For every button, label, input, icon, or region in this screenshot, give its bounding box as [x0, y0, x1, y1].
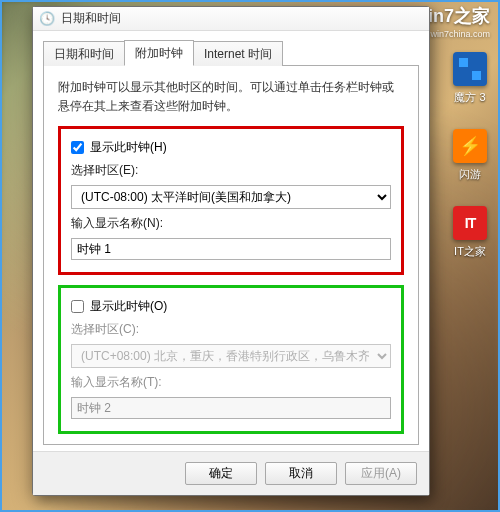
clock2-name-label: 输入显示名称(T):	[71, 374, 391, 391]
clock2-tz-select: (UTC+08:00) 北京，重庆，香港特别行政区，乌鲁木齐	[71, 344, 391, 368]
description-text: 附加时钟可以显示其他时区的时间。可以通过单击任务栏时钟或悬停在其上来查看这些附加…	[58, 78, 404, 116]
window-title: 日期和时间	[61, 10, 121, 27]
desktop-icon-label: 闪游	[459, 167, 481, 182]
titlebar[interactable]: 🕓 日期和时间	[33, 7, 429, 31]
desktop-icon-ithome[interactable]: IT IT之家	[450, 206, 490, 259]
tabstrip: 日期和时间 附加时钟 Internet 时间	[43, 39, 419, 66]
tab-internet-time[interactable]: Internet 时间	[193, 41, 283, 66]
apply-button[interactable]: 应用(A)	[345, 462, 417, 485]
cube-icon	[453, 52, 487, 86]
clock1-name-label: 输入显示名称(N):	[71, 215, 391, 232]
clock1-show-input[interactable]	[71, 141, 84, 154]
tab-panel: 附加时钟可以显示其他时区的时间。可以通过单击任务栏时钟或悬停在其上来查看这些附加…	[43, 66, 419, 445]
desktop-icon-label: 魔方 3	[454, 90, 485, 105]
clock2-group: 显示此时钟(O) 选择时区(C): (UTC+08:00) 北京，重庆，香港特别…	[58, 285, 404, 434]
clock-icon: 🕓	[39, 11, 55, 26]
clock2-tz-label: 选择时区(C):	[71, 321, 391, 338]
desktop-icon-label: IT之家	[454, 244, 486, 259]
clock2-name-input	[71, 397, 391, 419]
dialog-buttons: 确定 取消 应用(A)	[33, 451, 429, 495]
tab-additional-clocks[interactable]: 附加时钟	[124, 40, 194, 66]
clock2-show-input[interactable]	[71, 300, 84, 313]
desktop-icon-mofang[interactable]: 魔方 3	[450, 52, 490, 105]
desktop-icons: 魔方 3 闪游 IT IT之家	[450, 52, 490, 259]
tab-datetime[interactable]: 日期和时间	[43, 41, 125, 66]
clock1-tz-label: 选择时区(E):	[71, 162, 391, 179]
bolt-icon	[453, 129, 487, 163]
cancel-button[interactable]: 取消	[265, 462, 337, 485]
clock1-show-checkbox[interactable]: 显示此时钟(H)	[71, 139, 391, 156]
date-time-dialog: 🕓 日期和时间 日期和时间 附加时钟 Internet 时间 附加时钟可以显示其…	[32, 6, 430, 496]
desktop-icon-shanyou[interactable]: 闪游	[450, 129, 490, 182]
it-icon: IT	[453, 206, 487, 240]
clock1-show-label: 显示此时钟(H)	[90, 139, 167, 156]
clock2-show-checkbox[interactable]: 显示此时钟(O)	[71, 298, 391, 315]
clock1-tz-select[interactable]: (UTC-08:00) 太平洋时间(美国和加拿大)	[71, 185, 391, 209]
ok-button[interactable]: 确定	[185, 462, 257, 485]
watermark-suffix: 之家	[454, 6, 490, 26]
clock1-name-input[interactable]	[71, 238, 391, 260]
clock1-group: 显示此时钟(H) 选择时区(E): (UTC-08:00) 太平洋时间(美国和加…	[58, 126, 404, 275]
clock2-show-label: 显示此时钟(O)	[90, 298, 167, 315]
